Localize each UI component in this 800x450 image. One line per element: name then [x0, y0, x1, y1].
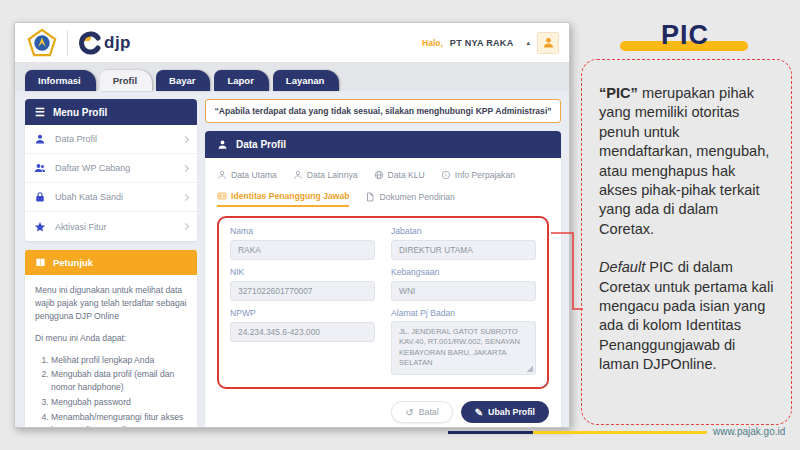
pic-italic-term: Default [599, 259, 645, 275]
subtab-label: Dokumen Pendirian [379, 192, 454, 202]
tab-data-lainnya[interactable]: Data Lainnya [293, 170, 358, 180]
greeting-label: Halo, [422, 38, 443, 48]
user-menu-button[interactable] [537, 32, 559, 54]
chevron-right-icon [182, 164, 189, 171]
sidebar: ☰ Menu Profil Data Profil Daftar WP Caba… [25, 99, 197, 428]
chevron-right-icon [182, 223, 189, 230]
field-nik: NIK [230, 267, 375, 301]
kebangsaan-input[interactable] [391, 281, 536, 301]
ubah-profil-button[interactable]: ✎ Ubah Profil [461, 401, 549, 423]
pic-annotation-paragraph-2: Default PIC di dalam Coretax untuk perta… [599, 258, 774, 374]
app-body: ☰ Menu Profil Data Profil Daftar WP Caba… [15, 91, 569, 428]
djp-logo-text: djp [104, 33, 131, 53]
field-jabatan: Jabatan [391, 226, 536, 260]
star-icon [34, 221, 46, 233]
sidebar-item-ubah-kata-sandi[interactable]: Ubah Kata Sandi [25, 183, 197, 212]
subtab-identitas-penanggung-jawab[interactable]: Identitas Penanggung Jawab [217, 191, 349, 207]
pencil-icon: ✎ [475, 407, 483, 418]
alamat-textarea[interactable]: JL. JENDERAL GATOT SUBROTO KAV.40, RT.00… [391, 321, 536, 375]
id-card-icon [217, 191, 227, 201]
main-nav-tabbar: Informasi Profil Bayar Lapor Layanan [15, 63, 569, 91]
footer-navy-bar [448, 431, 533, 434]
user-name: PT NYA RAKA [450, 38, 514, 48]
chevron-right-icon [182, 135, 189, 142]
globe-icon [374, 170, 384, 180]
hamburger-menu-icon: ☰ [35, 106, 45, 119]
djp-logo: djp [78, 31, 131, 55]
tab-data-klu[interactable]: Data KLU [374, 170, 425, 180]
sidebar-menu-header: ☰ Menu Profil [25, 99, 197, 125]
tab-data-utama[interactable]: Data Utama [217, 170, 277, 180]
petunjuk-can-item: Menambah/mengurangi fitur akses layanan … [51, 411, 187, 428]
pic-annotation-box: “PIC” merupakan pihak yang memiliki otor… [581, 59, 792, 425]
sidebar-item-daftar-wp-cabang[interactable]: Daftar WP Cabang [25, 154, 197, 183]
main-content: “Apabila terdapat data yang tidak sesuai… [205, 99, 561, 428]
djp-logo-icon [78, 31, 102, 55]
pic-bold-term: “PIC” [599, 85, 638, 101]
sidebar-item-label: Ubah Kata Sandi [55, 192, 174, 202]
tab-label: Data KLU [388, 170, 425, 180]
pic-annotation-title-group: PIC [600, 20, 770, 56]
tab-informasi[interactable]: Informasi [25, 70, 96, 91]
petunjuk-intro: Menu ini digunakan untuk melihat data wa… [35, 284, 187, 323]
lock-icon [34, 191, 46, 203]
pic-paragraph-text: merupakan pihak yang memiliki otoritas p… [599, 85, 769, 237]
pic-annotation-paragraph-1: “PIC” merupakan pihak yang memiliki otor… [599, 84, 774, 239]
sidebar-item-data-profil[interactable]: Data Profil [25, 125, 197, 154]
data-profil-card: Data Profil Data Utama Data Lainnya [205, 131, 561, 428]
pic-paragraph-text: PIC di dalam Coretax untuk pertama kali … [599, 259, 773, 372]
kemenkeu-logo-icon [27, 28, 57, 58]
tab-label: Info Perpajakan [455, 170, 515, 180]
field-npwp: NPWP [230, 308, 375, 375]
field-label: NIK [230, 267, 375, 277]
person-card-icon [293, 170, 303, 180]
undo-icon: ↺ [405, 407, 413, 418]
tab-lapor[interactable]: Lapor [214, 70, 268, 91]
field-label: Nama [230, 226, 375, 236]
pic-annotation-title: PIC [600, 20, 770, 50]
tab-info-perpajakan[interactable]: Info Perpajakan [441, 170, 515, 180]
batal-button[interactable]: ↺ Batal [391, 401, 452, 423]
book-icon [35, 257, 46, 268]
app-header: djp Halo, PT NYA RAKA ▴ [15, 23, 569, 63]
petunjuk-can-label: Di menu ini Anda dapat: [35, 332, 187, 345]
field-alamat-pj-badan: Alamat Pj Badan JL. JENDERAL GATOT SUBRO… [391, 308, 536, 375]
sidebar-item-label: Data Profil [55, 134, 174, 144]
petunjuk-body: Menu ini digunakan untuk melihat data wa… [25, 275, 197, 428]
sidebar-item-label: Aktivasi Fitur [55, 222, 174, 232]
tab-bayar[interactable]: Bayar [156, 70, 210, 91]
data-profil-card-body: Data Utama Data Lainnya Data KLU In [205, 158, 561, 428]
kpp-alert-banner: “Apabila terdapat data yang tidak sesuai… [205, 99, 561, 123]
tab-profil[interactable]: Profil [100, 70, 152, 91]
petunjuk-can-item: Mengubah password [51, 396, 187, 409]
chevron-right-icon [182, 193, 189, 200]
tab-label: Data Utama [231, 170, 277, 180]
sidebar-menu-title: Menu Profil [53, 107, 107, 118]
sidebar-item-aktivasi-fitur[interactable]: Aktivasi Fitur [25, 212, 197, 241]
people-icon [34, 162, 46, 174]
card-title: Data Profil [236, 139, 286, 150]
identitas-form-highlight-box: Nama Jabatan NIK Kebangsaan [217, 216, 549, 389]
subtab-label: Identitas Penanggung Jawab [231, 191, 349, 201]
jabatan-input[interactable] [391, 240, 536, 260]
user-avatar-icon [542, 36, 555, 49]
nama-input[interactable] [230, 240, 375, 260]
website-url: www.pajak.go.id [713, 426, 785, 437]
data-profil-card-header: Data Profil [205, 131, 561, 158]
tab-label: Data Lainnya [307, 170, 358, 180]
petunjuk-can-item: Melihat profil lengkap Anda [51, 354, 187, 367]
petunjuk-title: Petunjuk [53, 257, 93, 268]
nik-input[interactable] [230, 281, 375, 301]
field-label: Kebangsaan [391, 267, 536, 277]
batal-button-label: Batal [419, 407, 439, 417]
field-label: NPWP [230, 308, 375, 318]
header-user-area: Halo, PT NYA RAKA ▴ [422, 32, 559, 54]
document-icon [365, 192, 375, 202]
tab-layanan[interactable]: Layanan [273, 70, 340, 91]
caret-down-icon: ▴ [526, 39, 530, 47]
footer-gold-bar [533, 431, 707, 434]
petunjuk-can-item: Mengubah data profil (email dan nomor ha… [51, 368, 187, 394]
person-icon [217, 139, 228, 150]
subtab-dokumen-pendirian[interactable]: Dokumen Pendirian [365, 191, 454, 207]
npwp-input[interactable] [230, 322, 375, 342]
